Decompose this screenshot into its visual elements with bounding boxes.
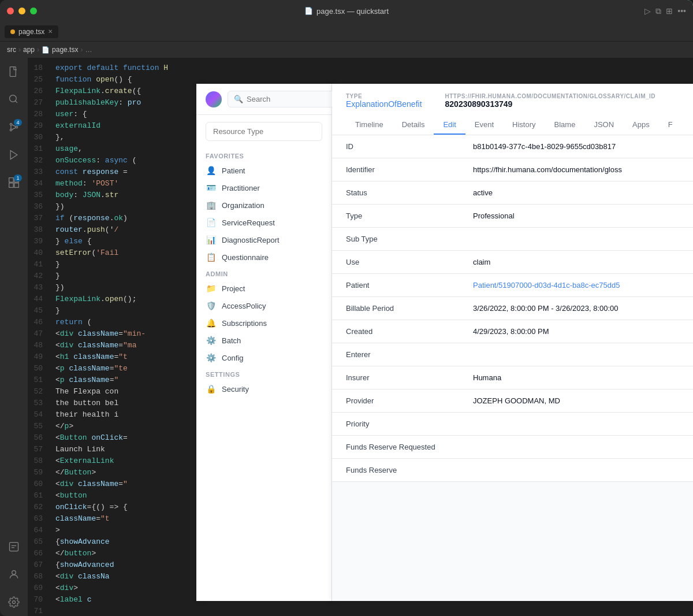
files-activity-icon[interactable] xyxy=(5,62,23,81)
field-label-identifier: Identifier xyxy=(346,165,473,174)
breadcrumb-file-icon: 📄 xyxy=(42,46,50,54)
field-row-patient: Patient Patient/51907000-d03d-4d1c-ba8c-… xyxy=(332,274,693,297)
field-label-funds-reserve-requested: Funds Reserve Requested xyxy=(346,443,473,451)
field-label-funds-reserve: Funds Reserve xyxy=(346,466,473,474)
field-row-funds-reserve: Funds Reserve xyxy=(332,459,693,482)
field-row-enterer: Enterer xyxy=(332,343,693,366)
field-row-funds-reserve-requested: Funds Reserve Requested xyxy=(332,436,693,459)
svg-point-10 xyxy=(12,570,16,574)
remote-explorer-icon[interactable] xyxy=(5,537,23,556)
settings-section-label: SETTINGS xyxy=(196,366,331,380)
resource-header: TYPE ExplanationOfBenefit HTTPS://FHIR.H… xyxy=(332,84,693,135)
medplum-sidebar: 🔍 FAVORITES 👤 Patient 🪪 Practitioner 🏢 O… xyxy=(196,84,332,601)
field-value-id: b81b0149-377c-4be1-8029-9655cd03b817 xyxy=(473,142,679,151)
tab-blame[interactable]: Blame xyxy=(545,116,585,135)
field-label-billable-period: Billable Period xyxy=(346,304,473,313)
nav-item-patient-label: Patient xyxy=(222,166,245,175)
tab-label: page.tsx xyxy=(18,28,44,36)
settings-activity-icon[interactable] xyxy=(5,593,23,611)
search-input[interactable] xyxy=(247,95,344,103)
layout-button[interactable]: ⊞ xyxy=(666,6,673,16)
minimize-window-button[interactable] xyxy=(18,8,25,14)
search-activity-icon[interactable] xyxy=(5,90,23,109)
field-label-created: Created xyxy=(346,327,473,336)
nav-item-accesspolicy-label: AccessPolicy xyxy=(222,302,266,310)
tab-page-tsx[interactable]: page.tsx ✕ xyxy=(5,25,58,38)
close-window-button[interactable] xyxy=(7,8,14,14)
source-control-badge: 4 xyxy=(14,119,22,126)
split-editor-button[interactable]: ⧉ xyxy=(655,6,661,16)
nav-item-organization-label: Organization xyxy=(222,201,264,210)
breadcrumb: src › app › 📄 page.tsx › … xyxy=(0,42,693,58)
project-icon: 📁 xyxy=(206,284,216,293)
nav-item-diagnosticreport[interactable]: 📊 DiagnosticReport xyxy=(196,231,331,248)
medplum-logo[interactable] xyxy=(206,91,222,107)
field-label-provider: Provider xyxy=(346,396,473,405)
nav-item-subscriptions-label: Subscriptions xyxy=(222,319,267,328)
nav-item-batch[interactable]: ⚙️ Batch xyxy=(196,332,331,349)
breadcrumb-sep1: › xyxy=(18,46,21,54)
nav-item-servicerequest-label: ServiceRequest xyxy=(222,218,275,227)
nav-item-practitioner[interactable]: 🪪 Practitioner xyxy=(196,179,331,196)
nav-item-subscriptions[interactable]: 🔔 Subscriptions xyxy=(196,314,331,332)
activity-bar: 4 1 xyxy=(0,58,28,616)
tab-close-button[interactable]: ✕ xyxy=(48,28,53,35)
svg-point-11 xyxy=(13,601,16,604)
account-icon[interactable] xyxy=(5,565,23,584)
tab-history[interactable]: History xyxy=(503,116,545,135)
resource-tabs: Timeline Details Edit Event History Blam… xyxy=(346,116,679,135)
breadcrumb-app[interactable]: app xyxy=(23,46,35,54)
run-button[interactable]: ▷ xyxy=(644,6,651,16)
field-value-provider: JOZEPH GOODMAN, MD xyxy=(473,396,679,405)
breadcrumb-src[interactable]: src xyxy=(7,46,16,54)
file-icon: 📄 xyxy=(304,7,313,15)
accesspolicy-icon: 🛡️ xyxy=(206,301,216,310)
nav-item-project[interactable]: 📁 Project xyxy=(196,280,331,297)
nav-item-organization[interactable]: 🏢 Organization xyxy=(196,196,331,214)
field-value-created: 4/29/2023, 8:00:00 PM xyxy=(473,327,679,336)
tab-timeline[interactable]: Timeline xyxy=(346,116,393,135)
tab-f[interactable]: F xyxy=(659,116,682,135)
tab-event[interactable]: Event xyxy=(465,116,503,135)
breadcrumb-ellipsis[interactable]: … xyxy=(85,46,92,54)
config-icon: ⚙️ xyxy=(206,353,216,362)
field-label-subtype: Sub Type xyxy=(346,235,473,243)
field-label-status: Status xyxy=(346,188,473,197)
line-numbers: 18 25 26 27 28 29 30 31 32 33 34 35 36 3… xyxy=(28,58,51,616)
tab-edit[interactable]: Edit xyxy=(434,116,465,135)
nav-item-questionnaire[interactable]: 📋 Questionnaire xyxy=(196,248,331,266)
svg-point-1 xyxy=(10,95,17,102)
resource-type-input[interactable] xyxy=(206,122,322,141)
nav-item-patient[interactable]: 👤 Patient xyxy=(196,162,331,179)
breadcrumb-sep2: › xyxy=(37,46,39,54)
resource-body: ID b81b0149-377c-4be1-8029-9655cd03b817 … xyxy=(332,135,693,601)
field-value-patient[interactable]: Patient/51907000-d03d-4d1c-ba8c-ec75dd5 xyxy=(473,281,679,290)
field-label-enterer: Enterer xyxy=(346,350,473,359)
resource-type-value[interactable]: ExplanationOfBenefit xyxy=(346,99,422,109)
tab-json[interactable]: JSON xyxy=(584,116,623,135)
more-actions-button[interactable]: ••• xyxy=(677,6,686,16)
patient-icon: 👤 xyxy=(206,166,216,175)
breadcrumb-filename[interactable]: page.tsx xyxy=(52,46,78,54)
extensions-activity-icon[interactable]: 1 xyxy=(5,173,23,192)
nav-item-questionnaire-label: Questionnaire xyxy=(222,253,269,262)
nav-item-config[interactable]: ⚙️ Config xyxy=(196,349,331,366)
nav-item-servicerequest[interactable]: 📄 ServiceRequest xyxy=(196,214,331,231)
tab-details[interactable]: Details xyxy=(393,116,434,135)
practitioner-icon: 🪪 xyxy=(206,183,216,192)
svg-rect-0 xyxy=(10,67,16,77)
field-row-insurer: Insurer Humana xyxy=(332,366,693,389)
nav-item-security[interactable]: 🔒 Security xyxy=(196,380,331,398)
window-title: 📄 page.tsx — quickstart xyxy=(304,7,389,16)
field-row-status: Status active xyxy=(332,181,693,205)
tab-apps[interactable]: Apps xyxy=(623,116,659,135)
maximize-window-button[interactable] xyxy=(30,8,37,14)
security-icon: 🔒 xyxy=(206,384,216,394)
nav-item-accesspolicy[interactable]: 🛡️ AccessPolicy xyxy=(196,297,331,314)
field-value-identifier[interactable]: https://fhir.humana.com/documentation/gl… xyxy=(473,165,679,174)
nav-item-project-label: Project xyxy=(222,284,245,293)
source-control-activity-icon[interactable]: 4 xyxy=(5,118,23,136)
run-debug-activity-icon[interactable] xyxy=(5,146,23,164)
nav-item-diagnosticreport-label: DiagnosticReport xyxy=(222,236,280,244)
batch-icon: ⚙️ xyxy=(206,336,216,345)
